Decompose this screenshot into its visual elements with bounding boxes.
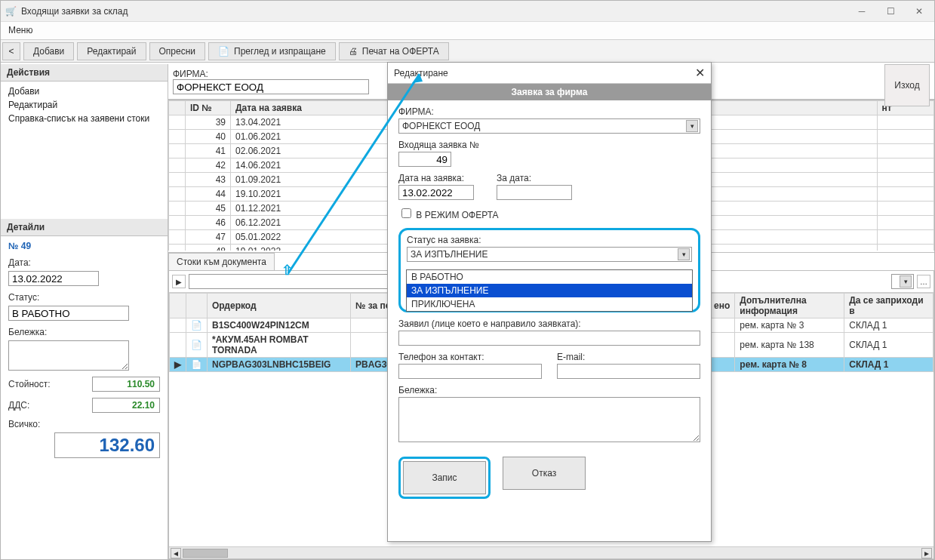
dlg-fordate-input[interactable] (497, 185, 572, 200)
status-opt-working[interactable]: В РАБОТНО (407, 270, 692, 284)
dlg-date-input[interactable] (398, 185, 474, 200)
dialog-title: Редактиране (394, 68, 448, 78)
minimize-icon[interactable]: ─ (854, 6, 869, 17)
actions-list: Добави Редактирай Справка-списък на заяв… (1, 82, 168, 128)
vat-label: ДДС: (8, 400, 29, 411)
chevron-down-icon: ▾ (678, 248, 690, 260)
add-button[interactable]: Добави (23, 42, 74, 60)
dlg-status-value: ЗА ИЗПЪЛНЕНИЕ (411, 249, 487, 260)
dlg-phone-label: Телефон за контакт: (398, 352, 542, 362)
details-date-label: Дата: (8, 257, 160, 268)
menu-root[interactable]: Меню (8, 25, 32, 35)
action-add[interactable]: Добави (8, 86, 160, 97)
details-status-label: Статус: (8, 292, 160, 303)
details-date-input[interactable] (8, 271, 99, 286)
items-col-info[interactable]: Допълнителна информация (735, 294, 844, 318)
total-label: Всичко: (8, 419, 40, 429)
print-offer-label: Печат на ОФЕРТА (362, 46, 439, 57)
items-tab[interactable]: Стоки към документа (168, 253, 275, 270)
edit-dialog: Редактиране ✕ Заявка за фирма ФИРМА: ФОР… (387, 62, 712, 542)
status-opt-execution[interactable]: ЗА ИЗПЪЛНЕНИЕ (407, 284, 692, 297)
scroll-thumb[interactable] (183, 549, 228, 558)
sum-value: 110.50 (92, 377, 160, 392)
sum-label: Стойност: (8, 379, 51, 389)
nav-back-button[interactable]: < (2, 42, 20, 60)
dlg-incoming-label: Входяща заявка № (398, 140, 700, 150)
dlg-email-input[interactable] (557, 364, 700, 379)
dlg-cancel-button[interactable]: Отказ (503, 457, 586, 490)
close-icon[interactable]: ✕ (912, 6, 927, 17)
items-col-extra[interactable]: ено (709, 294, 735, 318)
dlg-note-input[interactable] (398, 397, 700, 442)
status-opt-done[interactable]: ПРИКЛЮЧЕНА (407, 297, 692, 311)
dlg-status-select[interactable]: ЗА ИЗПЪЛНЕНИЕ ▾ (407, 247, 692, 262)
app-icon: 🛒 (5, 6, 17, 17)
titlebar: 🛒 Входящи заявки за склад ─ ☐ ✕ (1, 1, 934, 22)
items-more-button[interactable]: … (917, 275, 930, 288)
details-no-label: № (8, 241, 18, 251)
dlg-incoming-input[interactable] (398, 152, 451, 167)
scroll-left-icon[interactable]: ◂ (171, 548, 181, 558)
status-callout: Статус на заявка: ЗА ИЗПЪЛНЕНИЕ ▾ В РАБО… (398, 228, 700, 312)
offermode-label: В РЕЖИМ ОФЕРТА (416, 210, 498, 220)
preview-icon: 📄 (218, 46, 229, 57)
dlg-requester-label: Заявил (лице което е направило заявката)… (398, 318, 700, 329)
vat-value: 22.10 (92, 398, 160, 413)
maximize-icon[interactable]: ☐ (883, 6, 898, 17)
dialog-banner: Заявка за фирма (388, 84, 711, 100)
dlg-save-button[interactable]: Запис (403, 461, 486, 494)
total-value: 132.60 (54, 432, 160, 458)
dlg-requester-input[interactable] (398, 331, 700, 346)
dlg-offermode-checkbox[interactable]: В РЕЖИМ ОФЕРТА (398, 206, 700, 220)
preview-button[interactable]: 📄 Преглед и изпращане (208, 42, 336, 60)
details-no-value: 49 (21, 241, 31, 251)
filter-firm-input[interactable] (173, 79, 369, 94)
offermode-check[interactable] (401, 208, 411, 218)
details-note-label: Бележка: (8, 327, 160, 337)
refresh-button[interactable]: Опресни (149, 42, 206, 60)
status-dropdown[interactable]: В РАБОТНО ЗА ИЗПЪЛНЕНИЕ ПРИКЛЮЧЕНА (406, 269, 693, 312)
dlg-note-label: Бележка: (398, 385, 700, 395)
items-small-select[interactable]: ▾ (891, 274, 914, 289)
print-icon: 🖨 (349, 46, 358, 57)
print-offer-button[interactable]: 🖨 Печат на ОФЕРТА (339, 42, 449, 60)
details-status-input[interactable] (8, 306, 129, 321)
actions-header: Действия (1, 64, 168, 82)
dialog-close-icon[interactable]: ✕ (695, 66, 705, 80)
horizontal-scrollbar[interactable]: ◂ ▸ (169, 546, 933, 558)
exit-button[interactable]: Изход (884, 64, 930, 106)
upward-annotation-arrow: ⇧ (281, 262, 293, 278)
scroll-right-icon[interactable]: ▸ (921, 548, 932, 558)
details-note-input[interactable] (8, 340, 129, 371)
items-col-order[interactable]: Ордеркод (208, 294, 351, 318)
dlg-phone-input[interactable] (398, 364, 542, 379)
window-title: Входящи заявки за склад (21, 6, 128, 17)
dlg-firm-value: ФОРНЕКСТ ЕООД (402, 121, 480, 131)
filter-firm-label: ФИРМА: (173, 69, 369, 79)
dlg-status-label: Статус на заявка: (407, 235, 692, 245)
action-report[interactable]: Справка-списък на заявени стоки (8, 113, 160, 124)
dlg-date-label: Дата на заявка: (398, 173, 474, 183)
action-edit[interactable]: Редактирай (8, 100, 160, 110)
dlg-email-label: E-mail: (557, 352, 700, 362)
save-callout: Запис (398, 457, 491, 499)
items-tool-1[interactable]: ▶ (172, 275, 186, 288)
dlg-firm-label: ФИРМА: (398, 106, 700, 117)
col-id[interactable]: ID № (186, 101, 231, 115)
chevron-down-icon: ▾ (686, 120, 698, 132)
items-col-stock[interactable]: Да се заприходи в (844, 294, 933, 318)
preview-label: Преглед и изпращане (234, 46, 326, 57)
dlg-firm-select[interactable]: ФОРНЕКСТ ЕООД ▾ (398, 118, 700, 134)
dlg-fordate-label: За дата: (497, 173, 572, 183)
edit-button[interactable]: Редактирай (77, 42, 146, 60)
details-header: Детайли (1, 219, 168, 236)
menubar: Меню (1, 22, 934, 40)
toolbar: < Добави Редактирай Опресни 📄 Преглед и … (1, 40, 934, 63)
